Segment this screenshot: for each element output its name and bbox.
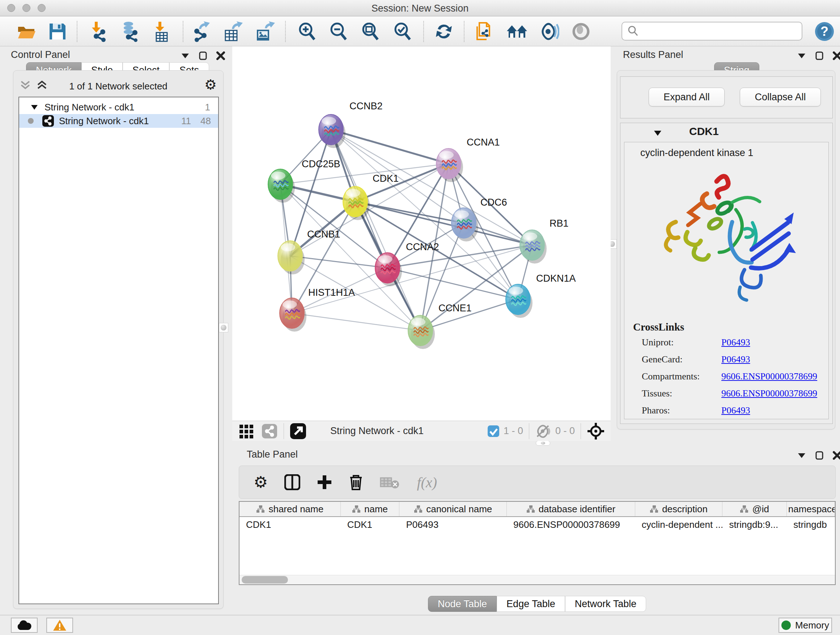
string-network-graph[interactable]: CCNB2CCNA1CDC25BCDK1CDC6RB1CCNB1CCNA2CDK… [232,46,611,421]
column-header-database-identifier[interactable]: database identifier [507,502,635,516]
grid-view-icon[interactable] [239,423,255,439]
delete-column-icon[interactable] [349,474,363,491]
protein-collapse-icon[interactable] [654,130,662,136]
network-node-RB1[interactable]: RB1 [520,218,569,264]
add-column-icon[interactable] [317,475,332,490]
maximize-panel-icon[interactable] [199,51,207,60]
horizontal-scrollbar[interactable] [240,575,835,584]
import-table-icon[interactable] [151,20,174,43]
network-node-CCNA1[interactable]: CCNA1 [436,137,500,182]
table-cell[interactable]: CDK1 [341,517,400,532]
selected-checkbox-icon[interactable] [487,424,500,438]
crosslink-link[interactable]: P06493 [722,405,750,416]
crosslink-row: Pharos:P06493 [642,405,823,416]
export-image-icon[interactable] [253,20,276,43]
close-panel-icon[interactable] [833,451,840,460]
svg-text:CDK1: CDK1 [373,173,399,184]
table-cell[interactable]: 9606.ENSP00000378699 [507,517,635,532]
maximize-panel-icon[interactable] [815,451,823,460]
zoom-selected-icon[interactable] [392,20,414,43]
warning-icon [52,619,67,631]
cloud-button[interactable] [11,618,38,633]
float-panel-icon[interactable] [181,53,189,59]
network-share-icon[interactable] [262,423,278,439]
import-network-file-icon[interactable] [88,20,110,43]
cytoscape-window: Session: New Session [0,0,840,635]
show-graphics-details-icon[interactable] [538,20,560,43]
table-cell[interactable]: CDK1 [240,517,341,532]
column-header-name[interactable]: name [341,502,400,516]
column-header-description[interactable]: description [635,502,723,516]
export-network-icon[interactable] [191,20,213,43]
tab-network-table[interactable]: Network Table [565,596,646,612]
birdseye-crosshair-icon[interactable] [587,422,605,440]
search-input[interactable] [643,25,794,37]
collapse-all-button[interactable]: Collapse All [740,88,821,106]
table-cell[interactable]: stringdb:9... [722,517,787,532]
export-table-icon[interactable] [222,20,244,43]
refresh-layout-icon[interactable] [433,20,455,43]
column-header-canonical-name[interactable]: canonical name [399,502,507,516]
close-panel-icon[interactable] [216,51,225,60]
network-collection-row[interactable]: String Network - cdk1 1 [19,100,218,114]
tree-expand-icon[interactable] [31,105,38,110]
node-count: 11 [181,116,191,127]
import-network-database-icon[interactable] [118,20,141,43]
warning-button[interactable] [46,618,73,633]
left-splitter-handle[interactable] [219,323,228,333]
table-row[interactable]: CDK1CDK1P064939606.ENSP00000378699cyclin… [240,517,835,532]
table-cell[interactable]: cyclin-dependent ... [635,517,723,532]
crosslink-link[interactable]: 9606.ENSP00000378699 [722,388,817,399]
close-panel-icon[interactable] [833,51,840,60]
memory-button[interactable]: Memory [778,618,832,633]
table-cell[interactable]: P06493 [399,517,507,532]
column-type-icon [650,505,658,513]
clone-network-icon[interactable] [473,20,496,43]
maximize-panel-icon[interactable] [815,51,823,60]
network-node-CDKN1A[interactable]: CDKN1A [506,273,576,318]
table-options-gear-icon[interactable]: ⚙ [254,474,268,490]
float-panel-icon[interactable] [797,53,806,59]
protein-structure-image [650,168,809,312]
column-header-shared-name[interactable]: shared name [240,502,341,516]
column-header-namespace[interactable]: namespace [787,502,835,516]
network-row[interactable]: String Network - cdk1 11 48 [19,114,218,128]
table-cell[interactable]: stringdb [787,517,835,532]
crosslink-link[interactable]: P06493 [722,354,750,365]
toolbar-separator [423,21,424,42]
protein-description: cyclin-dependent kinase 1 [640,147,753,158]
help-icon[interactable]: ? [813,20,836,43]
detach-view-icon[interactable] [290,423,306,440]
zoom-fit-icon[interactable] [359,20,382,43]
hidden-eye-icon [535,424,552,438]
crosslink-link[interactable]: 9606.ENSP00000378699 [722,371,817,382]
edge-count: 48 [201,116,211,127]
memory-status-dot [782,621,791,630]
zoom-out-icon[interactable] [327,20,350,43]
zoom-in-icon[interactable] [296,20,318,43]
window-title: Session: New Session [0,3,840,14]
table-panel-title: Table Panel [247,449,298,460]
show-columns-icon[interactable] [284,474,300,490]
network-canvas[interactable]: CCNB2CCNA1CDC25BCDK1CDC6RB1CCNB1CCNA2CDK… [232,46,611,421]
tab-edge-table[interactable]: Edge Table [497,596,565,612]
column-type-icon [414,505,423,513]
float-panel-icon[interactable] [797,453,806,458]
table-body: CDK1CDK1P064939606.ENSP00000378699cyclin… [240,517,835,532]
network-options-gear-icon[interactable]: ⚙ [204,78,217,92]
open-session-icon[interactable] [15,20,38,43]
scrollbar-thumb[interactable] [242,576,288,584]
title-bar: Session: New Session [0,0,840,16]
tab-node-table[interactable]: Node Table [428,596,497,612]
string-home-icon[interactable] [506,20,528,43]
svg-text:RB1: RB1 [549,218,569,229]
network-node-CCNE1[interactable]: CCNE1 [408,302,472,349]
save-session-icon[interactable] [46,20,69,43]
expand-collapse-bar: Expand All Collapse All [620,76,833,119]
crosslink-link[interactable]: P06493 [722,337,750,348]
bottom-splitter-handle[interactable] [536,440,550,446]
column-header-@id[interactable]: @id [722,502,787,516]
control-panel: Control Panel NetworkStyleSelectSets 1 o… [3,46,231,612]
bird-eye-icon[interactable] [570,20,592,43]
expand-all-button[interactable]: Expand All [649,88,725,106]
